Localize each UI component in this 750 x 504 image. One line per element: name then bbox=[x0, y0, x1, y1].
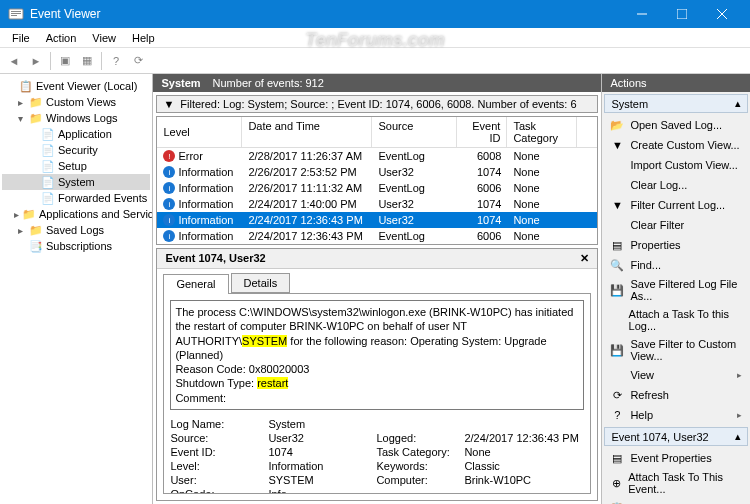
svg-rect-5 bbox=[677, 9, 687, 19]
error-icon: ! bbox=[163, 150, 175, 162]
info-icon: i bbox=[163, 198, 175, 210]
event-count: Number of events: 912 bbox=[213, 77, 324, 89]
menu-file[interactable]: File bbox=[4, 30, 38, 46]
tree-system[interactable]: 📄System bbox=[2, 174, 150, 190]
actions-section-event[interactable]: Event 1074, User32▴ bbox=[604, 427, 748, 446]
maximize-button[interactable] bbox=[662, 0, 702, 28]
table-row[interactable]: iInformation2/26/2017 2:53:52 PMUser3210… bbox=[157, 164, 597, 180]
menubar: File Action View Help bbox=[0, 28, 750, 48]
funnel-icon: ▼ bbox=[610, 138, 624, 152]
info-icon: i bbox=[163, 230, 175, 242]
app-icon bbox=[8, 6, 24, 22]
tree-security[interactable]: 📄Security bbox=[2, 142, 150, 158]
forward-button[interactable]: ► bbox=[26, 51, 46, 71]
tree-root[interactable]: 📋Event Viewer (Local) bbox=[2, 78, 150, 94]
funnel-icon: ▼ bbox=[163, 98, 174, 110]
action-filter-log[interactable]: ▼Filter Current Log... bbox=[604, 195, 748, 215]
tree-custom[interactable]: ▸📁Custom Views bbox=[2, 94, 150, 110]
collapse-icon: ▴ bbox=[735, 97, 741, 110]
action-open-saved[interactable]: 📂Open Saved Log... bbox=[604, 115, 748, 135]
tree-app[interactable]: 📄Application bbox=[2, 126, 150, 142]
toolbar: ◄ ► ▣ ▦ ? ⟳ bbox=[0, 48, 750, 74]
menu-view[interactable]: View bbox=[84, 30, 124, 46]
filter-text: Filtered: Log: System; Source: ; Event I… bbox=[180, 98, 576, 110]
collapse-icon: ▴ bbox=[735, 430, 741, 443]
window-title: Event Viewer bbox=[30, 7, 622, 21]
col-datetime: Date and Time bbox=[242, 117, 372, 147]
filter-bar: ▼ Filtered: Log: System; Source: ; Event… bbox=[156, 95, 598, 113]
tree-fwd[interactable]: 📄Forwarded Events bbox=[2, 190, 150, 206]
save-icon: 💾 bbox=[610, 283, 624, 297]
folder-icon: 📂 bbox=[610, 118, 624, 132]
detail-close-button[interactable]: ✕ bbox=[580, 252, 589, 265]
tree-appsvc[interactable]: ▸📁Applications and Services Logs bbox=[2, 206, 150, 222]
log-title: System bbox=[161, 77, 200, 89]
menu-action[interactable]: Action bbox=[38, 30, 85, 46]
tab-details[interactable]: Details bbox=[231, 273, 291, 293]
filter-icon[interactable]: ▦ bbox=[77, 51, 97, 71]
svg-rect-1 bbox=[11, 11, 21, 12]
minimize-button[interactable] bbox=[622, 0, 662, 28]
actions-section-system[interactable]: System▴ bbox=[604, 94, 748, 113]
event-properties: Log Name:System Source:User32Logged:2/24… bbox=[170, 418, 584, 494]
action-copy[interactable]: 📋Copy▸ bbox=[604, 498, 748, 504]
refresh-icon: ⟳ bbox=[610, 388, 624, 402]
help-icon[interactable]: ? bbox=[106, 51, 126, 71]
col-taskcat: Task Category bbox=[507, 117, 577, 147]
detail-title: Event 1074, User32 bbox=[165, 252, 265, 265]
actions-panel: Actions System▴ 📂Open Saved Log... ▼Crea… bbox=[602, 74, 750, 504]
action-event-properties[interactable]: ▤Event Properties bbox=[604, 448, 748, 468]
action-import-custom[interactable]: Import Custom View... bbox=[604, 155, 748, 175]
table-row[interactable]: iInformation2/24/2017 1:40:00 PMUser3210… bbox=[157, 196, 597, 212]
action-create-custom[interactable]: ▼Create Custom View... bbox=[604, 135, 748, 155]
action-save-filtered[interactable]: 💾Save Filtered Log File As... bbox=[604, 275, 748, 305]
menu-help[interactable]: Help bbox=[124, 30, 163, 46]
action-clear-filter[interactable]: Clear Filter bbox=[604, 215, 748, 235]
col-source: Source bbox=[372, 117, 457, 147]
table-row[interactable]: iInformation2/26/2017 11:11:32 AMEventLo… bbox=[157, 180, 597, 196]
table-row[interactable]: iInformation2/24/2017 12:36:43 PMUser321… bbox=[157, 212, 597, 228]
help-icon: ? bbox=[610, 408, 624, 422]
back-button[interactable]: ◄ bbox=[4, 51, 24, 71]
tree-setup[interactable]: 📄Setup bbox=[2, 158, 150, 174]
actions-header: Actions bbox=[602, 74, 750, 92]
action-attach-task[interactable]: Attach a Task To this Log... bbox=[604, 305, 748, 335]
action-find[interactable]: 🔍Find... bbox=[604, 255, 748, 275]
action-help[interactable]: ?Help▸ bbox=[604, 405, 748, 425]
info-icon: i bbox=[163, 182, 175, 194]
action-clear-log[interactable]: Clear Log... bbox=[604, 175, 748, 195]
properties-icon: ▤ bbox=[610, 451, 624, 465]
info-icon: i bbox=[163, 214, 175, 226]
close-button[interactable] bbox=[702, 0, 742, 28]
funnel-icon: ▼ bbox=[610, 198, 624, 212]
detail-pane: Event 1074, User32 ✕ General Details The… bbox=[156, 248, 598, 501]
tree-panel: 📋Event Viewer (Local) ▸📁Custom Views ▾📁W… bbox=[0, 74, 153, 504]
titlebar: Event Viewer bbox=[0, 0, 750, 28]
col-level: Level bbox=[157, 117, 242, 147]
tree-saved[interactable]: ▸📁Saved Logs bbox=[2, 222, 150, 238]
center-panel: System Number of events: 912 ▼ Filtered:… bbox=[153, 74, 602, 504]
refresh-icon[interactable]: ⟳ bbox=[128, 51, 148, 71]
svg-rect-3 bbox=[11, 15, 17, 16]
tree-subs[interactable]: 📑Subscriptions bbox=[2, 238, 150, 254]
action-attach-event-task[interactable]: ⊕Attach Task To This Event... bbox=[604, 468, 748, 498]
grid-header[interactable]: Level Date and Time Source Event ID Task… bbox=[157, 117, 597, 148]
center-header: System Number of events: 912 bbox=[153, 74, 601, 92]
action-view[interactable]: View▸ bbox=[604, 365, 748, 385]
svg-rect-2 bbox=[11, 13, 21, 14]
info-icon: i bbox=[163, 166, 175, 178]
event-grid: Level Date and Time Source Event ID Task… bbox=[156, 116, 598, 245]
col-eventid: Event ID bbox=[457, 117, 507, 147]
properties-icon: ▤ bbox=[610, 238, 624, 252]
up-button[interactable]: ▣ bbox=[55, 51, 75, 71]
tab-general[interactable]: General bbox=[163, 274, 228, 294]
table-row[interactable]: iInformation2/24/2017 12:36:43 PMEventLo… bbox=[157, 228, 597, 244]
tree-winlogs[interactable]: ▾📁Windows Logs bbox=[2, 110, 150, 126]
table-row[interactable]: !Error2/28/2017 11:26:37 AMEventLog6008N… bbox=[157, 148, 597, 164]
action-save-filter-custom[interactable]: 💾Save Filter to Custom View... bbox=[604, 335, 748, 365]
action-refresh[interactable]: ⟳Refresh bbox=[604, 385, 748, 405]
event-description: The process C:\WINDOWS\system32\winlogon… bbox=[170, 300, 584, 410]
action-properties[interactable]: ▤Properties bbox=[604, 235, 748, 255]
save-icon: 💾 bbox=[610, 343, 624, 357]
find-icon: 🔍 bbox=[610, 258, 624, 272]
